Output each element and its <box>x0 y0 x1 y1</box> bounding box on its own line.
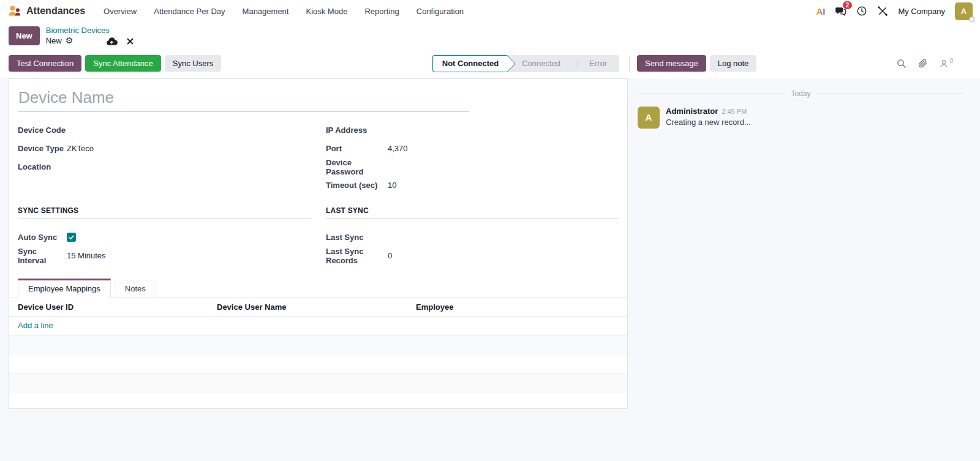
table-row: Add a line <box>9 317 627 335</box>
device-type-label: Device Type <box>18 144 67 153</box>
app-menu: Overview Attendance Per Day Management K… <box>96 3 471 20</box>
attendances-app-icon <box>7 4 22 18</box>
user-avatar[interactable]: A <box>955 2 973 20</box>
last-sync-label: Last Sync <box>326 233 388 242</box>
col-employee[interactable]: Employee <box>416 302 619 312</box>
field-auto-sync: Auto Sync <box>18 228 311 247</box>
status-step-connected[interactable]: Connected <box>507 55 571 72</box>
breadcrumb-parent-link[interactable]: Biometric Devices <box>46 26 135 36</box>
sync-attendance-button[interactable]: Sync Attendance <box>85 55 161 72</box>
field-last-sync: Last Sync <box>326 228 619 247</box>
message-timestamp: 2:45 PM <box>722 108 747 115</box>
status-step-error[interactable]: Error <box>575 55 618 72</box>
chatter-message[interactable]: A Administrator 2:45 PM Creating a new r… <box>638 107 964 129</box>
col-device-user-id[interactable]: Device User ID <box>18 302 217 312</box>
discard-icon[interactable] <box>126 37 134 45</box>
menu-kiosk-mode[interactable]: Kiosk Mode <box>298 3 355 20</box>
field-timeout: Timeout (sec) 10 <box>326 176 619 195</box>
device-name-input[interactable] <box>18 87 469 111</box>
chatter-date-divider: Today <box>638 89 964 98</box>
status-step-not-connected[interactable]: Not Connected <box>432 55 507 72</box>
messages-icon[interactable]: 2 <box>835 6 846 17</box>
menu-overview[interactable]: Overview <box>96 3 144 20</box>
empty-table-row <box>9 392 627 411</box>
field-device-password: Device Password <box>326 158 619 176</box>
presence-dot <box>969 17 974 22</box>
sync-settings-section-title: SYNC SETTINGS <box>18 206 311 219</box>
mappings-table-header: Device User ID Device User Name Employee <box>9 298 627 317</box>
date-divider-label: Today <box>791 89 810 98</box>
new-record-button[interactable]: New <box>9 26 40 45</box>
tab-notes[interactable]: Notes <box>115 280 156 298</box>
status-pipeline: Not Connected Connected Error <box>432 55 619 72</box>
app-switcher[interactable]: Attendances <box>7 4 85 18</box>
user-avatar-initial: A <box>961 7 967 16</box>
divider <box>629 56 630 71</box>
form-sheet: Device Code Device Type ZKTeco Location … <box>9 78 628 409</box>
followers-icon[interactable]: 0 <box>939 59 953 69</box>
location-label: Location <box>18 162 67 171</box>
timeout-value[interactable]: 10 <box>388 181 396 190</box>
top-bar: Attendances Overview Attendance Per Day … <box>0 0 980 78</box>
port-value[interactable]: 4,370 <box>388 144 408 153</box>
breadcrumb-current: New <box>46 36 62 46</box>
field-port: Port 4,370 <box>326 140 619 158</box>
timeout-label: Timeout (sec) <box>326 181 388 190</box>
port-label: Port <box>326 144 388 153</box>
sync-users-button[interactable]: Sync Users <box>165 55 221 72</box>
menu-reporting[interactable]: Reporting <box>357 3 406 20</box>
col-device-user-name[interactable]: Device User Name <box>217 302 416 312</box>
app-name: Attendances <box>26 6 85 17</box>
notebook-tabs: Employee Mappings Notes <box>9 279 627 298</box>
empty-table-row <box>9 373 627 392</box>
message-body: Creating a new record... <box>666 118 751 127</box>
device-password-label: Device Password <box>326 158 388 176</box>
message-author[interactable]: Administrator <box>666 107 718 116</box>
field-device-code: Device Code <box>18 121 311 140</box>
attachments-paperclip-icon[interactable] <box>918 58 928 69</box>
navbar: Attendances Overview Attendance Per Day … <box>0 0 980 22</box>
last-sync-records-label: Last Sync Records <box>326 247 388 265</box>
log-note-button[interactable]: Log note <box>710 55 757 72</box>
messages-badge: 2 <box>843 1 853 9</box>
field-location: Location <box>18 158 311 176</box>
search-messages-icon[interactable] <box>896 58 907 69</box>
tab-employee-mappings[interactable]: Employee Mappings <box>18 279 111 298</box>
empty-table-row <box>9 354 627 373</box>
activities-clock-icon[interactable] <box>856 6 867 17</box>
sync-interval-value[interactable]: 15 Minutes <box>67 251 106 260</box>
last-sync-section-title: LAST SYNC <box>326 206 619 219</box>
auto-sync-checkbox[interactable] <box>67 233 76 242</box>
followers-count: 0 <box>949 58 953 64</box>
sync-interval-label: Sync Interval <box>18 247 67 265</box>
chatter: Today A Administrator 2:45 PM Creating a… <box>628 78 980 129</box>
menu-attendance-per-day[interactable]: Attendance Per Day <box>146 3 232 20</box>
save-cloud-icon[interactable] <box>106 37 118 46</box>
tools-icon[interactable] <box>877 6 888 17</box>
last-sync-records-value: 0 <box>388 251 392 260</box>
message-avatar: A <box>638 107 660 129</box>
ai-icon[interactable]: AI <box>816 6 825 17</box>
breadcrumb: New Biometric Devices New ⚙ <box>0 22 980 50</box>
company-switcher[interactable]: My Company <box>898 7 945 16</box>
field-device-type: Device Type ZKTeco <box>18 140 311 158</box>
auto-sync-label: Auto Sync <box>18 233 67 242</box>
action-row: Test Connection Sync Attendance Sync Use… <box>0 50 980 78</box>
add-a-line-link[interactable]: Add a line <box>18 321 53 330</box>
device-code-label: Device Code <box>18 126 67 135</box>
empty-table-row <box>9 335 627 354</box>
menu-management[interactable]: Management <box>235 3 296 20</box>
field-ip-address: IP Address <box>326 121 619 140</box>
device-type-value[interactable]: ZKTeco <box>67 144 94 153</box>
ip-address-label: IP Address <box>326 126 388 135</box>
send-message-button[interactable]: Send message <box>637 55 706 72</box>
menu-configuration[interactable]: Configuration <box>409 3 471 20</box>
main-content: Device Code Device Type ZKTeco Location … <box>0 78 980 461</box>
field-sync-interval: Sync Interval 15 Minutes <box>18 247 311 265</box>
test-connection-button[interactable]: Test Connection <box>9 55 81 72</box>
gear-icon[interactable]: ⚙ <box>66 36 74 47</box>
field-last-sync-records: Last Sync Records 0 <box>326 247 619 265</box>
